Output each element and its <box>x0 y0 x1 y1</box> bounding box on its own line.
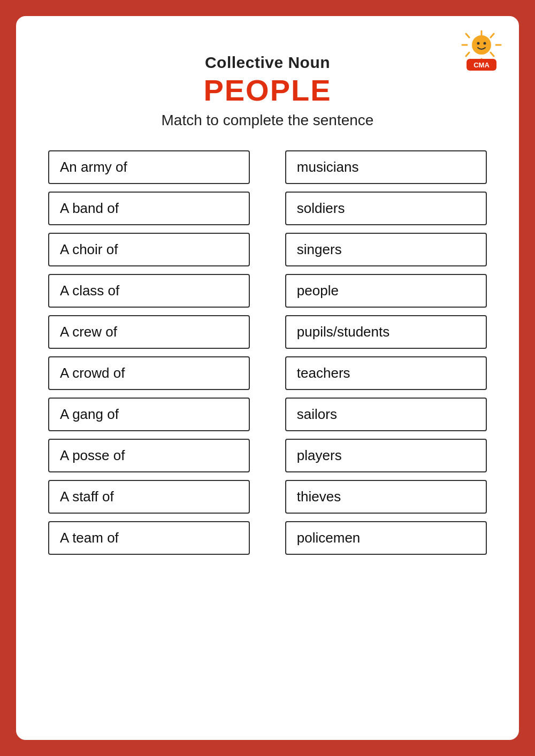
title: PEOPLE <box>203 73 331 108</box>
right-item-8[interactable]: thieves <box>285 480 487 514</box>
right-item-5[interactable]: teachers <box>285 356 487 390</box>
right-item-0[interactable]: musicians <box>285 150 487 184</box>
svg-line-5 <box>491 34 494 37</box>
cma-logo: CMA <box>460 29 503 72</box>
left-column: An army ofA band ofA choir ofA class ofA… <box>48 150 250 555</box>
right-column: musicianssoldierssingerspeoplepupils/stu… <box>285 150 487 555</box>
svg-point-10 <box>484 42 486 45</box>
right-item-1[interactable]: soldiers <box>285 192 487 225</box>
svg-point-8 <box>472 35 491 55</box>
svg-line-7 <box>491 52 494 56</box>
left-item-4[interactable]: A crew of <box>48 315 250 349</box>
right-item-2[interactable]: singers <box>285 233 487 266</box>
left-item-2[interactable]: A choir of <box>48 233 250 266</box>
right-item-3[interactable]: people <box>285 274 487 308</box>
right-item-6[interactable]: sailors <box>285 398 487 431</box>
left-item-6[interactable]: A gang of <box>48 398 250 431</box>
svg-text:CMA: CMA <box>473 61 490 69</box>
right-item-7[interactable]: players <box>285 439 487 472</box>
page: CMA Collective Noun PEOPLE Match to comp… <box>16 16 519 740</box>
left-item-5[interactable]: A crowd of <box>48 356 250 390</box>
svg-line-4 <box>466 34 469 37</box>
left-item-1[interactable]: A band of <box>48 192 250 225</box>
instruction: Match to complete the sentence <box>162 112 374 129</box>
right-item-9[interactable]: policemen <box>285 521 487 555</box>
left-item-0[interactable]: An army of <box>48 150 250 184</box>
right-item-4[interactable]: pupils/students <box>285 315 487 349</box>
subtitle: Collective Noun <box>205 54 330 72</box>
left-item-7[interactable]: A posse of <box>48 439 250 472</box>
left-item-3[interactable]: A class of <box>48 274 250 308</box>
svg-point-9 <box>477 42 480 45</box>
left-item-8[interactable]: A staff of <box>48 480 250 514</box>
left-item-9[interactable]: A team of <box>48 521 250 555</box>
matching-columns: An army ofA band ofA choir ofA class ofA… <box>48 150 487 555</box>
svg-line-6 <box>466 52 469 56</box>
